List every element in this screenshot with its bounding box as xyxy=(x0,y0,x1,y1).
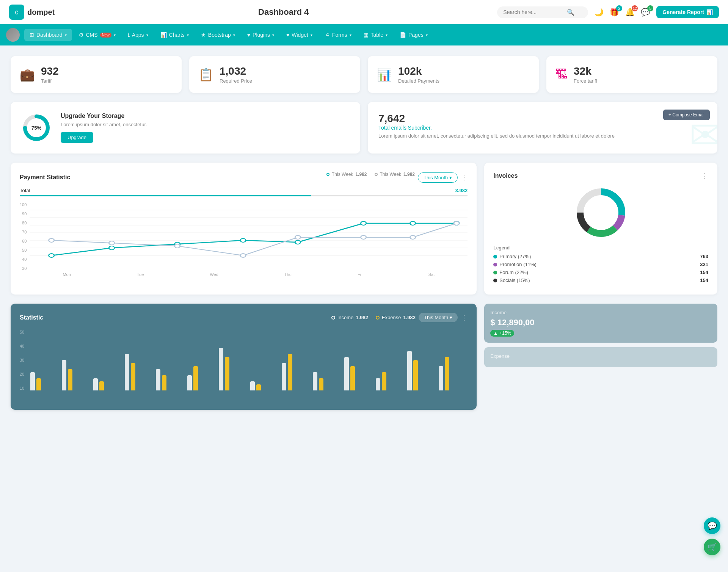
header-actions: 🌙 🎁 2 🔔 12 💬 5 Generate Report 📊 xyxy=(594,6,719,18)
header: c dompet Dashboard 4 🔍 🌙 🎁 2 🔔 12 💬 5 Ge… xyxy=(0,0,728,24)
statistic-side-panel: Income $ 12,890,00 ▲ +15% Expense xyxy=(484,304,717,410)
payments-icon: 📊 xyxy=(377,67,392,82)
socials-dot xyxy=(493,279,497,282)
search-icon: 🔍 xyxy=(567,9,574,16)
bootstrap-nav-icon: ★ xyxy=(201,32,206,38)
gift-icon[interactable]: 🎁 2 xyxy=(610,8,619,17)
nav-item-apps[interactable]: ℹ Apps ▾ xyxy=(122,29,154,41)
nav-bar: ⊞ Dashboard ▾ ⚙ CMS New ▾ ℹ Apps ▾ 📊 Cha… xyxy=(0,24,728,45)
stat-card-payments: 📊 102k Detailed Payments xyxy=(368,56,539,93)
statistic-more-button[interactable]: ⋮ xyxy=(461,313,468,322)
invoices-donut-container xyxy=(493,186,708,239)
nav-item-widget[interactable]: ♥ Widget ▾ xyxy=(281,29,318,41)
dropdown-arrow-icon: ▾ xyxy=(449,175,452,180)
line-chart-svg xyxy=(30,202,468,271)
bar-white-3 xyxy=(93,378,98,390)
price-icon: 📋 xyxy=(198,67,213,82)
bootstrap-arrow-icon: ▾ xyxy=(233,33,235,37)
email-subtitle: Total emails Subcriber. xyxy=(378,125,707,131)
pages-arrow-icon: ▾ xyxy=(426,33,428,37)
expense-panel: Expense xyxy=(484,347,717,367)
statistic-card: Statistic Income 1.982 Expense 1.982 xyxy=(11,304,477,410)
email-card: + Compose Email 7,642 Total emails Subcr… xyxy=(368,102,717,154)
bar-yellow-4 xyxy=(131,363,135,390)
tariff-label: Tariff xyxy=(41,78,59,84)
bar-group-12 xyxy=(376,372,405,390)
stat-card-force: 🏗 32k Force tariff xyxy=(546,56,717,93)
payment-progress-fill xyxy=(20,195,311,196)
force-icon: 🏗 xyxy=(555,67,568,81)
nav-item-charts[interactable]: 📊 Charts ▾ xyxy=(155,29,194,41)
payment-chart-title: Payment Statistic xyxy=(20,174,70,181)
bell-badge: 12 xyxy=(632,5,638,11)
generate-report-button[interactable]: Generate Report 📊 xyxy=(656,6,719,18)
bar-yellow-12 xyxy=(382,372,386,390)
forum-dot xyxy=(493,271,497,274)
main-content: 💼 932 Tariff 📋 1,032 Required Price 📊 10… xyxy=(0,45,728,420)
svg-point-9 xyxy=(49,254,54,257)
bar-group-2 xyxy=(62,360,91,390)
moon-icon[interactable]: 🌙 xyxy=(594,8,604,17)
bar-white-4 xyxy=(125,354,129,390)
bar-white-8 xyxy=(250,381,255,390)
nav-item-bootstrap[interactable]: ★ Bootstrap ▾ xyxy=(196,29,240,41)
upgrade-button[interactable]: Upgrade xyxy=(61,132,93,143)
this-month-button[interactable]: This Month ▾ xyxy=(418,172,458,183)
svg-point-18 xyxy=(109,241,115,245)
support-float-button[interactable]: 💬 xyxy=(704,517,720,534)
invoices-more-button[interactable]: ⋮ xyxy=(701,172,708,180)
income-label: Income xyxy=(490,310,711,315)
statistic-y-axis: 50 40 30 20 10 xyxy=(20,330,27,390)
svg-point-10 xyxy=(109,246,115,250)
statistic-controls: Income 1.982 Expense 1.982 This Month ▾ xyxy=(331,313,468,322)
line-chart-area: Mon Tue Wed Thu Fri Sat xyxy=(30,202,468,277)
cart-float-button[interactable]: 🛒 xyxy=(704,539,720,555)
up-arrow-icon: ▲ xyxy=(493,331,498,336)
bar-white-1 xyxy=(30,372,35,390)
table-arrow-icon: ▾ xyxy=(386,33,388,37)
payment-chart-card: Payment Statistic This Week 1.982 This W… xyxy=(11,163,477,295)
bar-yellow-6 xyxy=(193,366,198,390)
force-label: Force tariff xyxy=(574,78,597,84)
chat-icon[interactable]: 💬 5 xyxy=(641,8,650,17)
nav-item-dashboard[interactable]: ⊞ Dashboard ▾ xyxy=(24,29,72,41)
bar-yellow-10 xyxy=(319,378,323,390)
nav-item-table[interactable]: ▦ Table ▾ xyxy=(358,29,393,41)
nav-item-forms[interactable]: 🖨 Forms ▾ xyxy=(319,29,357,41)
legend-item-2: This Week 1.982 xyxy=(375,172,415,177)
bottom-row: Payment Statistic This Week 1.982 This W… xyxy=(11,163,717,295)
storage-card: 75% Upgrade Your Storage Lorem ipsum dol… xyxy=(11,102,360,154)
payment-total-value: 3.982 xyxy=(455,188,468,193)
payment-progress-bar xyxy=(20,195,468,196)
dashboard-arrow-icon: ▾ xyxy=(65,33,67,37)
bar-yellow-13 xyxy=(413,360,418,390)
storage-donut: 75% xyxy=(21,113,52,143)
y-axis-labels: 100 90 80 70 60 50 40 30 xyxy=(20,202,30,271)
widget-nav-icon: ♥ xyxy=(286,32,289,38)
nav-item-plugins[interactable]: ♥ Plugins ▾ xyxy=(242,29,279,41)
invoice-legend-item-primary: Primary (27%) 763 xyxy=(493,254,708,259)
svg-point-13 xyxy=(295,240,301,244)
stat-income-legend: Income 1.982 xyxy=(331,315,368,320)
svg-point-14 xyxy=(361,221,366,225)
bar-yellow-8 xyxy=(256,384,261,390)
forms-nav-icon: 🖨 xyxy=(325,32,330,38)
invoice-legend-item-socials: Socials (15%) 154 xyxy=(493,277,708,283)
plugins-nav-icon: ♥ xyxy=(247,32,250,38)
payment-legend: This Week 1.982 This Week 1.982 xyxy=(326,172,415,177)
invoices-donut-svg xyxy=(574,186,628,239)
bell-icon[interactable]: 🔔 12 xyxy=(625,8,635,17)
force-value: 32k xyxy=(574,65,597,77)
email-description: Lorem ipsum dolor sit amet, consectetur … xyxy=(378,133,707,139)
cms-arrow-icon: ▾ xyxy=(114,33,116,37)
statistic-this-month-button[interactable]: This Month ▾ xyxy=(419,313,458,322)
nav-item-pages[interactable]: 📄 Pages ▾ xyxy=(394,29,433,41)
price-value: 1,032 xyxy=(220,65,252,77)
search-input[interactable] xyxy=(503,9,564,15)
bar-yellow-5 xyxy=(162,375,166,390)
nav-item-cms[interactable]: ⚙ CMS New ▾ xyxy=(74,29,121,41)
payment-more-button[interactable]: ⋮ xyxy=(461,173,468,182)
svg-point-12 xyxy=(240,238,246,242)
bar-white-7 xyxy=(219,348,223,390)
bar-white-10 xyxy=(313,372,317,390)
